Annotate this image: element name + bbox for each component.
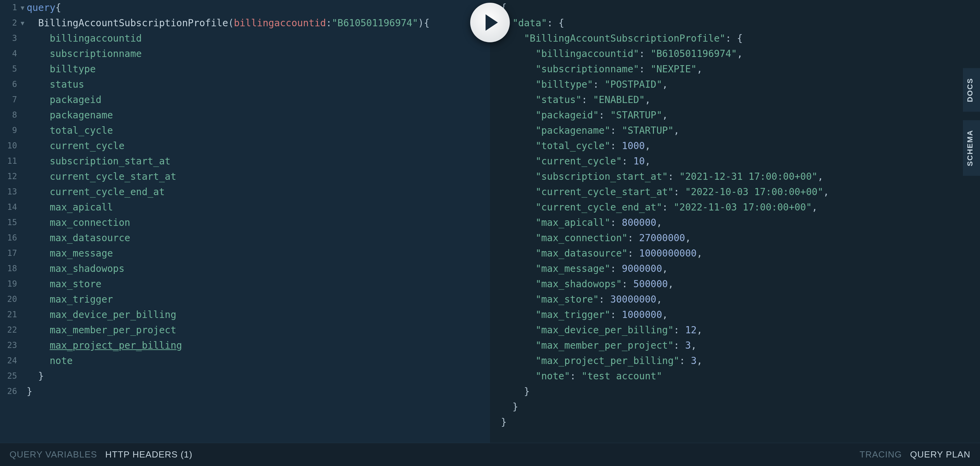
line-number: 18 <box>0 261 20 276</box>
fold-caret-icon[interactable]: ▼ <box>20 0 25 15</box>
line-number: 23 <box>0 338 20 353</box>
line-number: 17 <box>0 246 20 261</box>
response-line[interactable]: "total_cycle": 1000, <box>490 138 980 154</box>
query-line[interactable]: 8 packagename <box>0 108 490 123</box>
code-text: packagename <box>25 108 113 123</box>
query-line[interactable]: 17 max_message <box>0 246 490 261</box>
query-editor[interactable]: 1 ▼ query{ 2 ▼ BillingAccountSubscriptio… <box>0 0 490 443</box>
response-text: "max_store": 30000000, <box>501 292 662 307</box>
response-text: "max_shadowops": 500000, <box>501 276 674 292</box>
schema-tab[interactable]: SCHEMA <box>963 120 980 176</box>
code-text: query{ <box>25 0 61 15</box>
query-line[interactable]: 19 max_store <box>0 276 490 292</box>
response-text: "max_apicall": 800000, <box>501 215 662 230</box>
response-text: "max_trigger": 1000000, <box>501 307 668 322</box>
query-line[interactable]: 7 packageid <box>0 92 490 108</box>
response-text: "max_message": 9000000, <box>501 261 668 276</box>
response-line[interactable]: "max_datasource": 1000000000, <box>490 246 980 261</box>
query-line[interactable]: 14 max_apicall <box>0 200 490 215</box>
query-line[interactable]: 2 ▼ BillingAccountSubscriptionProfile(bi… <box>0 15 490 31</box>
response-text: "BillingAccountSubscriptionProfile": { <box>501 31 743 46</box>
query-line[interactable]: 4 subscriptionname <box>0 46 490 62</box>
response-line[interactable]: "max_connection": 27000000, <box>490 230 980 246</box>
line-number: 14 <box>0 200 20 215</box>
tab-tracing[interactable]: TRACING <box>859 449 902 460</box>
code-text: max_datasource <box>25 230 130 246</box>
line-number: 7 <box>0 92 20 108</box>
fold-caret-icon[interactable]: ▼ <box>20 15 25 31</box>
response-line[interactable]: ▼ "data": { <box>490 15 980 31</box>
line-number: 8 <box>0 108 20 123</box>
query-line[interactable]: 1 ▼ query{ <box>0 0 490 15</box>
query-line[interactable]: 18 max_shadowops <box>0 261 490 276</box>
code-text: current_cycle_start_at <box>25 169 176 184</box>
response-text: "max_member_per_project": 3, <box>501 338 697 353</box>
response-text: "note": "test account" <box>501 368 662 384</box>
tab-query-variables[interactable]: QUERY VARIABLES <box>10 449 97 460</box>
response-line[interactable]: } <box>490 414 980 430</box>
response-line[interactable]: "max_trigger": 1000000, <box>490 307 980 322</box>
code-text: max_store <box>25 276 102 292</box>
response-line[interactable]: "max_project_per_billing": 3, <box>490 353 980 368</box>
response-text: "max_connection": 27000000, <box>501 230 691 246</box>
query-line[interactable]: 10 current_cycle <box>0 138 490 154</box>
response-line[interactable]: "max_apicall": 800000, <box>490 215 980 230</box>
code-text: max_project_per_billing <box>25 338 182 353</box>
response-line[interactable]: "max_member_per_project": 3, <box>490 338 980 353</box>
response-line[interactable]: "current_cycle": 10, <box>490 154 980 169</box>
response-line[interactable]: "max_message": 9000000, <box>490 261 980 276</box>
query-line[interactable]: 9 total_cycle <box>0 123 490 138</box>
response-line[interactable]: "billtype": "POSTPAID", <box>490 77 980 92</box>
play-icon <box>485 14 498 31</box>
response-line[interactable]: "subscription_start_at": "2021-12-31 17:… <box>490 169 980 184</box>
query-line[interactable]: 5 billtype <box>0 62 490 77</box>
response-line[interactable]: } <box>490 399 980 414</box>
response-line[interactable]: } <box>490 384 980 399</box>
response-text: } <box>501 414 507 430</box>
response-viewer[interactable]: ▼ { ▼ "data": { ▼ "BillingAccountSubscri… <box>490 0 980 443</box>
response-line[interactable]: "max_shadowops": 500000, <box>490 276 980 292</box>
execute-button[interactable] <box>470 3 510 42</box>
response-line[interactable]: "status": "ENABLED", <box>490 92 980 108</box>
line-number: 13 <box>0 184 20 200</box>
response-line[interactable]: "max_device_per_billing": 12, <box>490 322 980 338</box>
response-line[interactable]: ▼ { <box>490 0 980 15</box>
line-number: 26 <box>0 384 20 399</box>
tab-query-plan[interactable]: QUERY PLAN <box>910 449 970 460</box>
line-number: 2 <box>0 15 20 31</box>
response-text: "current_cycle_start_at": "2022-10-03 17… <box>501 184 829 200</box>
response-line[interactable]: "max_store": 30000000, <box>490 292 980 307</box>
docs-tab[interactable]: DOCS <box>963 68 980 112</box>
query-line[interactable]: 20 max_trigger <box>0 292 490 307</box>
query-line[interactable]: 3 billingaccountid <box>0 31 490 46</box>
query-line[interactable]: 16 max_datasource <box>0 230 490 246</box>
response-text: } <box>501 399 518 414</box>
code-text: } <box>25 384 32 399</box>
query-line[interactable]: 26 } <box>0 384 490 399</box>
query-line[interactable]: 21 max_device_per_billing <box>0 307 490 322</box>
response-line[interactable]: "billingaccountid": "B610501196974", <box>490 46 980 62</box>
response-line[interactable]: "packageid": "STARTUP", <box>490 108 980 123</box>
code-text: note <box>25 353 73 368</box>
response-line[interactable]: "note": "test account" <box>490 368 980 384</box>
response-line[interactable]: ▼ "BillingAccountSubscriptionProfile": { <box>490 31 980 46</box>
response-line[interactable]: "packagename": "STARTUP", <box>490 123 980 138</box>
query-line[interactable]: 23 max_project_per_billing <box>0 338 490 353</box>
query-line[interactable]: 13 current_cycle_end_at <box>0 184 490 200</box>
query-line[interactable]: 25 } <box>0 368 490 384</box>
tab-http-headers[interactable]: HTTP HEADERS (1) <box>105 449 192 460</box>
response-line[interactable]: "current_cycle_start_at": "2022-10-03 17… <box>490 184 980 200</box>
response-line[interactable]: "current_cycle_end_at": "2022-11-03 17:0… <box>490 200 980 215</box>
query-line[interactable]: 15 max_connection <box>0 215 490 230</box>
code-text: subscription_start_at <box>25 154 170 169</box>
code-text: current_cycle_end_at <box>25 184 165 200</box>
query-line[interactable]: 24 note <box>0 353 490 368</box>
code-text: max_member_per_project <box>25 322 176 338</box>
code-text: billtype <box>25 62 95 77</box>
response-line[interactable]: "subscriptionname": "NEXPIE", <box>490 62 980 77</box>
code-text: } <box>25 368 44 384</box>
query-line[interactable]: 6 status <box>0 77 490 92</box>
query-line[interactable]: 12 current_cycle_start_at <box>0 169 490 184</box>
query-line[interactable]: 22 max_member_per_project <box>0 322 490 338</box>
query-line[interactable]: 11 subscription_start_at <box>0 154 490 169</box>
